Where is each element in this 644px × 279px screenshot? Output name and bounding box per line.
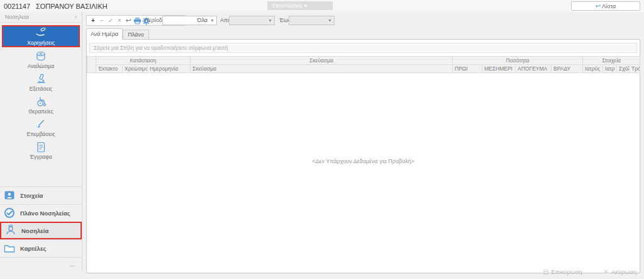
validate-button[interactable]: ▤ Επικύρωση xyxy=(543,268,582,275)
remove-button[interactable]: − xyxy=(97,16,106,25)
sidebar-sections: Στοιχεία Πλάνο Νοσηλείας Νοσηλεία xyxy=(0,186,82,271)
sidebar-section-stoixeia[interactable]: Στοιχεία xyxy=(0,186,82,204)
sidebar-section-nosileia[interactable]: Νοσηλεία xyxy=(0,222,82,239)
grid-panel: Σύρετε μια Στήλη για να ομαδοποιήσετε σύ… xyxy=(86,39,640,273)
column-header[interactable]: Ιατρός xyxy=(583,65,603,73)
sidebar-section-label: Νοσηλεία xyxy=(21,227,48,234)
title-bar: 0021147 ΣΟΠΡΑΝΟΥ ΒΑΣΙΛΙΚΗ Εκτυπώσεις ▾ ↩… xyxy=(0,0,644,12)
group-header-stoixeia[interactable]: Στοιχεία xyxy=(583,57,640,65)
column-header[interactable]: ΑΠΟΓΕΥΜΑ xyxy=(516,65,552,73)
sidebar-item-xorigiseis[interactable]: Χορηγήσεις xyxy=(2,25,80,47)
chevron-down-icon: ▼ xyxy=(268,16,272,25)
sidebar-item-label: Χορηγήσεις xyxy=(3,40,79,46)
print-icon[interactable] xyxy=(133,16,142,25)
group-header-katastasi[interactable]: Κατάσταση xyxy=(96,57,191,65)
prints-button[interactable]: Εκτυπώσεις ▾ xyxy=(267,1,333,10)
check-circle-icon xyxy=(4,207,15,220)
group-header-posotita[interactable]: Ποσότητα xyxy=(453,57,583,65)
nurse-icon xyxy=(5,224,16,237)
period-value: Όλα xyxy=(197,16,208,25)
sidebar-section-karteles[interactable]: Καρτέλες xyxy=(0,239,82,257)
column-header[interactable]: Ημερομηνία xyxy=(148,65,191,73)
sidebar-section-label: Καρτέλες xyxy=(20,245,46,252)
sidebar-item-eggrafa[interactable]: Έγγραφα xyxy=(2,140,80,161)
column-header[interactable]: ΜΕΣΗΜΕΡΙ xyxy=(482,65,516,73)
sidebar-header: Νοσηλεία ‹ xyxy=(0,12,82,23)
column-header[interactable]: Ιατρ xyxy=(603,65,617,73)
sidebar-item-epemvaseis[interactable]: Επεμβάσεις xyxy=(2,118,80,138)
add-button[interactable]: + xyxy=(89,16,97,25)
list-button[interactable]: ↩ Λίστα xyxy=(571,1,640,11)
empty-data-message: <Δεν Υπάρχουν Δεδομένα για Προβολή> xyxy=(87,158,640,164)
group-header-skeyasma[interactable]: Σκεύασμα xyxy=(191,57,453,65)
sidebar-item-label: Επεμβάσεις xyxy=(2,131,80,137)
tab-ana-imera[interactable]: Ανά Ημέρα xyxy=(86,28,123,40)
wheelchair-icon xyxy=(35,96,47,107)
data-grid: Κατάσταση Σκεύασμα Ποσότητα Στοιχεία Έκτ… xyxy=(87,56,640,73)
sidebar-item-label: Θεραπείες xyxy=(2,108,80,115)
column-header[interactable]: Χρεώσιμο xyxy=(123,65,148,73)
chevron-down-icon: ▼ xyxy=(210,16,214,25)
sidebar-item-label: Έγγραφα xyxy=(2,154,80,160)
document-icon xyxy=(36,142,46,152)
hand-pill-icon xyxy=(35,28,47,38)
patient-name: ΣΟΠΡΑΝΟΥ ΒΑΣΙΛΙΚΗ xyxy=(36,3,108,10)
group-by-bar[interactable]: Σύρετε μια Στήλη για να ομαδοποιήσετε σύ… xyxy=(89,43,637,53)
chevron-down-icon: ▼ xyxy=(328,16,332,25)
column-header[interactable]: Σχόλ xyxy=(617,65,630,73)
sidebar: Νοσηλεία ‹ Χορηγήσεις Αναλώσιμα xyxy=(0,12,82,271)
undo-button[interactable]: ↩ xyxy=(124,16,133,25)
sidebar-resize-grip[interactable]: — xyxy=(0,257,82,271)
bandage-roll-icon xyxy=(35,51,47,62)
sidebar-section-label: Στοιχεία xyxy=(20,192,43,199)
folder-icon xyxy=(4,242,15,255)
sidebar-section-label: Πλάνο Νοσηλείας xyxy=(20,210,70,217)
sidebar-item-therapeies[interactable]: Θεραπείες xyxy=(2,95,80,115)
sidebar-section-plano-nosileias[interactable]: Πλάνο Νοσηλείας xyxy=(0,204,82,222)
confirm-button[interactable]: ✓ xyxy=(106,16,115,25)
tab-plano[interactable]: Πλάνο xyxy=(123,30,149,40)
column-header[interactable]: Τρόπ xyxy=(630,65,640,73)
person-card-icon xyxy=(4,190,15,202)
microscope-icon xyxy=(35,74,47,84)
sidebar-item-analosima[interactable]: Αναλώσιμα xyxy=(2,50,80,70)
cancel-x-icon: ✕ xyxy=(603,268,608,275)
column-header[interactable]: Σκεύασμα xyxy=(191,65,453,73)
save-icon: ▤ xyxy=(543,268,548,275)
column-header[interactable]: ΠΡΩΙ xyxy=(453,65,482,73)
sidebar-item-exetaseis[interactable]: Εξετάσεις xyxy=(2,72,80,93)
from-select[interactable]: ▼ xyxy=(229,16,275,25)
validate-button-label: Επικύρωση xyxy=(551,268,582,275)
column-header[interactable]: ΒΡΑΔΥ xyxy=(552,65,583,73)
period-select[interactable]: Όλα ▼ xyxy=(162,16,217,25)
column-header[interactable]: Έκτακτο xyxy=(96,65,123,73)
patient-id: 0021147 xyxy=(4,3,30,10)
to-select[interactable]: ▼ xyxy=(289,16,335,25)
scalpel-icon xyxy=(35,119,47,130)
cancel-button[interactable]: ✕ Ακύρωση xyxy=(603,268,636,275)
sidebar-item-label: Εξετάσεις xyxy=(2,86,80,92)
footer-buttons: ▤ Επικύρωση ✕ Ακύρωση xyxy=(543,268,636,275)
delete-button[interactable]: × xyxy=(115,16,124,25)
grid-column-header-row: Έκτακτο Χρεώσιμο Ημερομηνία Σκεύασμα ΠΡΩ… xyxy=(87,65,640,73)
row-indicator-header xyxy=(87,57,96,73)
collapse-icon[interactable]: ‹ xyxy=(75,14,77,22)
list-button-label: Λίστα xyxy=(602,3,616,9)
sidebar-header-label: Νοσηλεία xyxy=(5,14,29,22)
return-arrow-icon: ↩ xyxy=(596,3,601,9)
sidebar-item-label: Αναλώσιμα xyxy=(2,63,80,69)
cancel-button-label: Ακύρωση xyxy=(611,268,636,275)
grid-group-header-row: Κατάσταση Σκεύασμα Ποσότητα Στοιχεία xyxy=(87,57,640,65)
